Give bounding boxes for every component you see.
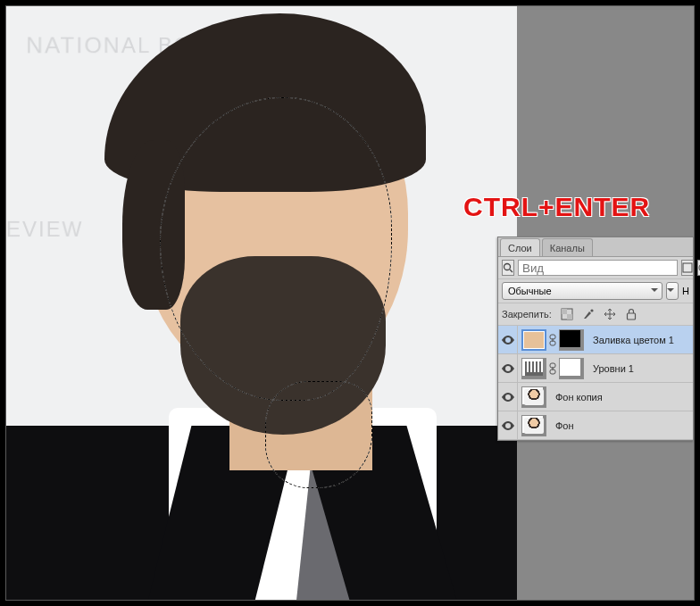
- tab-layers[interactable]: Слои: [500, 238, 540, 256]
- layers-panel: Слои Каналы Обычные Н: [497, 237, 694, 441]
- filter-pixel-icon[interactable]: [681, 260, 694, 276]
- svg-rect-2: [683, 263, 692, 272]
- lock-all-icon[interactable]: [622, 306, 640, 322]
- lock-transparent-icon[interactable]: [558, 306, 576, 322]
- selection-marquee-extension[interactable]: [265, 381, 372, 488]
- lock-label: Закрепить:: [502, 309, 552, 320]
- visibility-toggle[interactable]: [498, 411, 518, 440]
- layer-thumb-photo[interactable]: [521, 386, 546, 408]
- layer-thumbs: [518, 329, 588, 351]
- layer-thumbs: [518, 386, 550, 408]
- blend-mode-row: Обычные Н: [498, 279, 693, 303]
- lock-row: Закрепить:: [498, 303, 693, 326]
- tab-channels[interactable]: Каналы: [542, 238, 593, 256]
- layer-name[interactable]: Уровни 1: [588, 363, 634, 374]
- layer-name[interactable]: Заливка цветом 1: [588, 335, 674, 345]
- layer-row-fill1[interactable]: Заливка цветом 1: [498, 326, 693, 354]
- layer-thumbs: [518, 415, 550, 436]
- opacity-divider-icon[interactable]: [666, 282, 679, 300]
- visibility-toggle[interactable]: [498, 326, 518, 354]
- svg-line-1: [510, 270, 512, 272]
- panel-filter-row: [498, 257, 693, 279]
- layer-thumb-levels[interactable]: [521, 358, 546, 379]
- app-frame: NATIONAL BOARD OF EVIEW CTRL+ENTER Слои …: [0, 0, 700, 606]
- layer-list: Заливка цветом 1 Уровни 1: [498, 326, 693, 440]
- layer-row-bgcopy[interactable]: Фон копия: [498, 383, 693, 411]
- layer-mask-thumb[interactable]: [559, 329, 584, 351]
- layer-row-levels1[interactable]: Уровни 1: [498, 354, 693, 383]
- canvas[interactable]: NATIONAL BOARD OF EVIEW: [6, 6, 517, 600]
- blend-mode-value: Обычные: [508, 286, 552, 296]
- layer-name[interactable]: Фон копия: [550, 392, 603, 403]
- filter-type-icon[interactable]: [502, 260, 514, 276]
- workspace: NATIONAL BOARD OF EVIEW CTRL+ENTER Слои …: [5, 5, 695, 601]
- link-icon[interactable]: [548, 329, 557, 351]
- blend-mode-select[interactable]: Обычные: [502, 282, 662, 300]
- layer-filter-input[interactable]: [518, 260, 678, 276]
- keyboard-hint-overlay: CTRL+ENTER: [463, 192, 650, 222]
- layer-thumb-color[interactable]: [521, 329, 546, 351]
- lock-position-icon[interactable]: [601, 306, 619, 322]
- svg-rect-5: [562, 309, 567, 314]
- visibility-toggle[interactable]: [498, 354, 518, 383]
- layer-thumbs: [518, 358, 588, 379]
- opacity-label: Н: [682, 286, 689, 296]
- svg-rect-6: [567, 314, 572, 320]
- layer-thumb-photo[interactable]: [521, 415, 546, 436]
- backdrop-text: EVIEW: [6, 217, 83, 242]
- layer-mask-thumb[interactable]: [559, 358, 584, 379]
- link-icon[interactable]: [548, 358, 557, 379]
- svg-point-0: [504, 264, 511, 270]
- visibility-toggle[interactable]: [498, 383, 518, 411]
- svg-point-7: [590, 309, 593, 311]
- lock-pixels-icon[interactable]: [579, 306, 597, 322]
- layer-name[interactable]: Фон: [550, 420, 574, 431]
- layer-row-bg[interactable]: Фон: [498, 411, 693, 440]
- svg-rect-8: [627, 313, 635, 320]
- panel-tabbar: Слои Каналы: [498, 237, 693, 257]
